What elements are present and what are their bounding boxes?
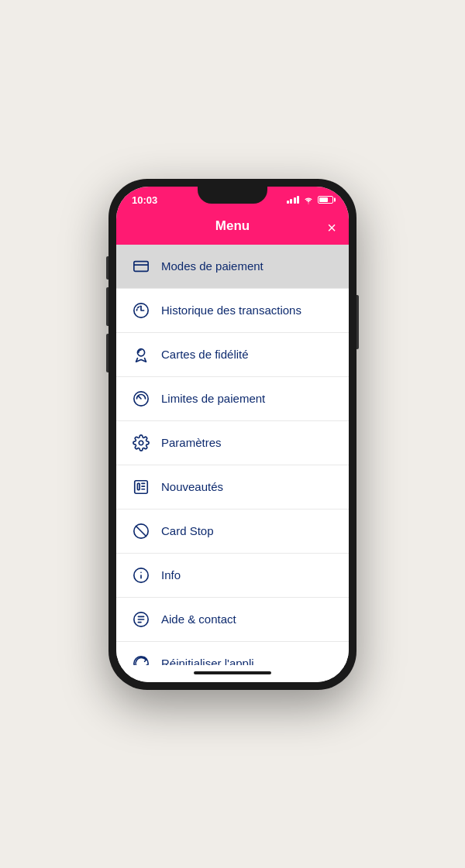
menu-label-cartes-fidelite: Cartes de fidélité <box>161 348 249 361</box>
info-icon <box>132 566 150 585</box>
status-bar: 10:03 <box>116 187 349 211</box>
gauge-icon <box>132 389 150 408</box>
status-time: 10:03 <box>132 194 157 206</box>
chat-icon <box>132 610 150 629</box>
side-button-mute <box>106 256 108 280</box>
reset-icon <box>132 654 150 665</box>
settings-icon <box>132 434 150 452</box>
svg-rect-7 <box>137 483 140 489</box>
wifi-icon <box>303 196 314 204</box>
menu-header: Menu × <box>116 211 349 245</box>
battery-icon <box>318 196 333 204</box>
signal-icon <box>287 196 300 204</box>
close-button[interactable]: × <box>327 220 336 235</box>
menu-item-reinitialiser[interactable]: Réinitialiser l'appli <box>116 642 349 665</box>
news-icon <box>132 478 150 496</box>
credit-card-icon <box>132 257 150 276</box>
menu-label-modes-paiement: Modes de paiement <box>161 259 264 273</box>
menu-label-reinitialiser: Réinitialiser l'appli <box>161 657 254 665</box>
svg-point-5 <box>139 441 143 445</box>
block-icon <box>132 522 150 540</box>
svg-line-12 <box>136 526 146 536</box>
menu-item-cartes-fidelite[interactable]: Cartes de fidélité <box>116 333 349 377</box>
menu-item-aide-contact[interactable]: Aide & contact <box>116 598 349 642</box>
menu-list: Modes de paiement Historique des transac… <box>116 245 349 665</box>
menu-item-card-stop[interactable]: Card Stop <box>116 509 349 554</box>
svg-rect-6 <box>135 480 148 493</box>
home-indicator-area <box>116 665 349 682</box>
side-button-vol-down <box>106 334 108 372</box>
menu-item-nouveautes[interactable]: Nouveautés <box>116 465 349 509</box>
status-icons <box>287 196 334 204</box>
history-icon <box>132 301 150 320</box>
menu-item-historique[interactable]: Historique des transactions <box>116 289 349 333</box>
menu-label-historique: Historique des transactions <box>161 304 301 317</box>
phone-frame: 10:03 Menu <box>108 179 356 690</box>
menu-item-info[interactable]: Info <box>116 554 349 598</box>
menu-item-parametres[interactable]: Paramètres <box>116 421 349 465</box>
side-button-vol-up <box>106 287 108 326</box>
menu-item-limites[interactable]: Limites de paiement <box>116 377 349 421</box>
menu-label-info: Info <box>161 568 181 582</box>
svg-rect-0 <box>134 261 148 271</box>
side-button-power <box>356 295 359 349</box>
menu-label-limites: Limites de paiement <box>161 392 265 405</box>
menu-label-card-stop: Card Stop <box>161 524 214 537</box>
menu-label-parametres: Paramètres <box>161 436 222 449</box>
phone-screen: 10:03 Menu <box>116 187 349 682</box>
menu-label-aide-contact: Aide & contact <box>161 612 236 626</box>
menu-item-modes-paiement[interactable]: Modes de paiement <box>116 245 349 289</box>
header-title: Menu <box>215 218 250 234</box>
home-bar <box>194 671 271 674</box>
badge-icon <box>132 345 150 364</box>
notch <box>198 187 267 204</box>
menu-label-nouveautes: Nouveautés <box>161 480 223 493</box>
